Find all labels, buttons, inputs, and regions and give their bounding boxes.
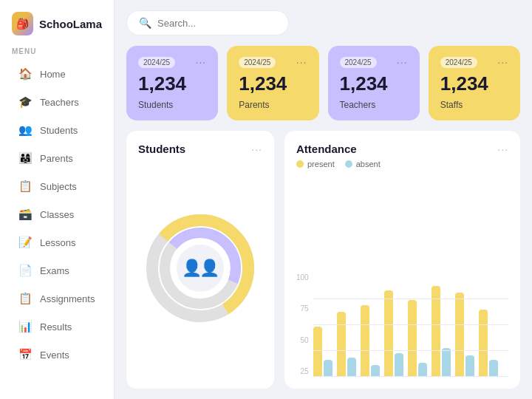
bar-group — [361, 273, 380, 377]
bar-group — [432, 273, 451, 377]
bar-present — [384, 290, 393, 377]
students-panel: Students ··· 👤 👤 — [126, 131, 274, 389]
bar-absent — [466, 355, 474, 377]
sidebar-item-assignments[interactable]: 📋 Assignments — [6, 285, 108, 312]
card-label: Staffs — [440, 100, 508, 110]
bar-group — [479, 273, 498, 377]
y-label-25: 25 — [296, 367, 309, 375]
stats-cards-row: 2024/25 ··· 1,234 Students 2024/25 ··· 1… — [126, 46, 520, 120]
events-icon: 📅 — [18, 348, 33, 361]
assignments-icon: 📋 — [18, 292, 33, 305]
y-label-50: 50 — [296, 336, 309, 344]
y-label-100: 100 — [296, 273, 309, 282]
bar-group — [408, 273, 427, 377]
sidebar-item-home[interactable]: 🏠 Home — [6, 61, 108, 87]
sidebar-item-subjects[interactable]: 📋 Subjects — [6, 173, 108, 200]
stat-card-staffs: 2024/25 ··· 1,234 Staffs — [429, 46, 520, 120]
search-bar[interactable]: 🔍 — [126, 10, 289, 35]
subjects-icon: 📋 — [18, 180, 33, 193]
parents-icon: 👨‍👩‍👧 — [18, 151, 33, 165]
panel-title: Students — [138, 143, 185, 155]
bar-group — [455, 273, 474, 377]
sidebar-item-label: Parents — [40, 153, 73, 164]
y-axis: 100 75 50 25 — [296, 273, 309, 377]
sidebar-item-label: Classes — [40, 209, 74, 220]
sidebar-item-label: Exams — [40, 265, 69, 276]
card-header: 2024/25 ··· — [340, 56, 408, 68]
absent-dot — [345, 160, 352, 168]
sidebar-item-label: Subjects — [40, 181, 77, 192]
card-number: 1,234 — [138, 72, 206, 95]
sidebar-item-label: Results — [40, 321, 72, 332]
bar-absent — [442, 348, 451, 377]
attendance-panel: Attendance ··· present absent 100 75 50 — [284, 131, 520, 389]
bar-present — [313, 327, 322, 377]
card-menu-button[interactable]: ··· — [397, 56, 408, 68]
stat-card-parents: 2024/25 ··· 1,234 Parents — [227, 46, 318, 120]
card-menu-button[interactable]: ··· — [196, 56, 207, 68]
app-logo-icon: 🎒 — [12, 12, 33, 35]
bar-present — [337, 312, 346, 377]
present-dot — [296, 160, 304, 168]
sidebar-item-label: Teachers — [40, 97, 79, 108]
absent-label: absent — [356, 160, 381, 168]
menu-label: MENU — [0, 47, 114, 60]
sidebar-item-label: Students — [40, 125, 78, 136]
main-content: 🔍 2024/25 ··· 1,234 Students 2024/25 ···… — [115, 0, 532, 399]
legend-absent: absent — [345, 160, 381, 168]
card-menu-button[interactable]: ··· — [296, 56, 307, 68]
card-year: 2024/25 — [239, 57, 276, 68]
sidebar-item-classes[interactable]: 🗃️ Classes — [6, 201, 108, 228]
card-year: 2024/25 — [138, 57, 175, 68]
sidebar: 🎒 SchooLama MENU 🏠 Home 🎓 Teachers 👥 Stu… — [0, 0, 115, 399]
bar-present — [455, 293, 464, 377]
bars-container — [313, 273, 508, 377]
card-header: 2024/25 ··· — [440, 56, 508, 68]
card-year: 2024/25 — [440, 57, 477, 68]
panel-header: Attendance ··· — [296, 143, 508, 155]
search-icon: 🔍 — [139, 17, 151, 29]
panel-menu-button[interactable]: ··· — [251, 143, 262, 155]
stat-card-teachers: 2024/25 ··· 1,234 Teachers — [328, 46, 420, 120]
results-icon: 📊 — [18, 320, 33, 333]
exams-icon: 📄 — [18, 264, 33, 277]
card-menu-button[interactable]: ··· — [497, 56, 508, 68]
panel-menu-button[interactable]: ··· — [497, 143, 508, 155]
classes-icon: 🗃️ — [18, 208, 33, 221]
sidebar-item-exams[interactable]: 📄 Exams — [6, 257, 108, 284]
sidebar-item-results[interactable]: 📊 Results — [6, 313, 108, 340]
legend-present: present — [296, 160, 335, 168]
lessons-icon: 📝 — [18, 236, 33, 249]
card-label: Parents — [239, 100, 307, 110]
bar-present — [408, 300, 417, 377]
bar-present — [361, 305, 369, 378]
female-figure: 👤 — [200, 258, 220, 278]
card-number: 1,234 — [440, 72, 508, 95]
attendance-legend: present absent — [296, 160, 508, 168]
search-input[interactable] — [157, 18, 276, 29]
bar-group — [337, 273, 356, 377]
bar-chart-area: 100 75 50 25 — [296, 176, 508, 377]
sidebar-item-lessons[interactable]: 📝 Lessons — [6, 229, 108, 256]
bar-absent — [395, 353, 403, 378]
sidebar-item-teachers[interactable]: 🎓 Teachers — [6, 89, 108, 115]
teachers-icon: 🎓 — [18, 95, 33, 109]
donut-chart: 👤 👤 — [138, 160, 262, 377]
bar-absent — [347, 358, 356, 377]
bar-absent — [371, 365, 380, 377]
sidebar-item-label: Assignments — [40, 293, 95, 304]
card-header: 2024/25 ··· — [239, 56, 307, 68]
bar-group — [384, 273, 403, 377]
bar-present — [432, 286, 440, 378]
sidebar-item-students[interactable]: 👥 Students — [6, 117, 108, 143]
bar-absent — [418, 363, 427, 378]
donut-svg: 👤 👤 — [141, 209, 259, 327]
app-name: SchooLama — [39, 18, 102, 30]
sidebar-item-parents[interactable]: 👨‍👩‍👧 Parents — [6, 145, 108, 171]
card-number: 1,234 — [340, 72, 408, 95]
sidebar-item-events[interactable]: 📅 Events — [6, 341, 108, 368]
y-label-75: 75 — [296, 304, 309, 313]
logo-area: 🎒 SchooLama — [0, 12, 114, 47]
bottom-row: Students ··· 👤 👤 — [126, 131, 520, 389]
bar-absent — [489, 360, 498, 377]
